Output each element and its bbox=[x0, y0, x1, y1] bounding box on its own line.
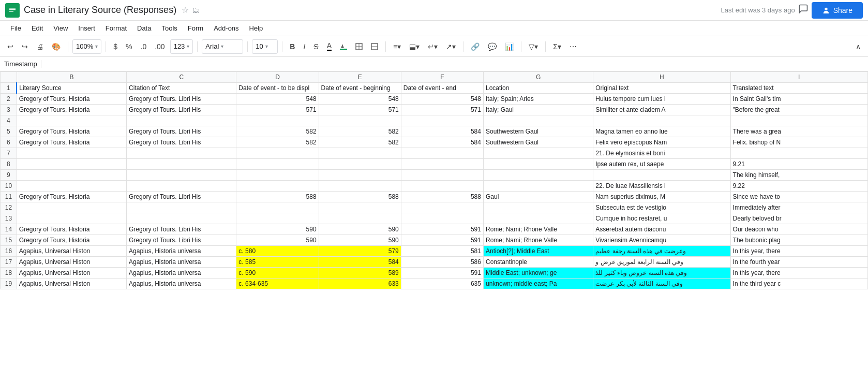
cell-b[interactable]: Gregory of Tours, Historia bbox=[17, 192, 126, 202]
cell-g[interactable]: Gaul bbox=[483, 192, 593, 202]
cell-e[interactable]: 589 bbox=[319, 268, 401, 279]
decimal-decrease-button[interactable]: .0 bbox=[138, 40, 150, 53]
comment-button[interactable] bbox=[795, 1, 812, 20]
share-button[interactable]: Share bbox=[812, 2, 863, 19]
cell-i[interactable] bbox=[730, 148, 867, 159]
cell-e[interactable] bbox=[319, 181, 401, 192]
cell-b[interactable] bbox=[17, 181, 126, 192]
cell-c[interactable] bbox=[127, 159, 236, 170]
cell-d[interactable] bbox=[236, 181, 319, 192]
cell-h[interactable]: Asserebat autem diaconu bbox=[593, 224, 730, 235]
percent-button[interactable]: % bbox=[123, 40, 135, 53]
menu-format[interactable]: Format bbox=[100, 22, 132, 34]
cell-b[interactable] bbox=[17, 213, 126, 224]
cell-i[interactable]: Since we have to bbox=[730, 192, 867, 202]
collapse-toolbar-button[interactable]: ∧ bbox=[852, 40, 864, 53]
cell-i[interactable]: In the fourth year bbox=[730, 257, 867, 268]
cell-c[interactable]: Gregory of Tours. Libri His bbox=[127, 105, 236, 115]
cell-f[interactable]: 591 bbox=[401, 268, 483, 279]
cell-b[interactable]: Gregory of Tours, Historia bbox=[17, 94, 126, 105]
cell-i[interactable]: In the third year c bbox=[730, 279, 867, 289]
cell-c[interactable] bbox=[127, 213, 236, 224]
cell-b[interactable]: Agapius, Universal Histon bbox=[17, 279, 126, 289]
font-select[interactable]: Arial ▾ bbox=[202, 39, 243, 54]
cell-c[interactable]: Agapius, Historia universa bbox=[127, 257, 236, 268]
cell-c[interactable]: Agapius, Historia universa bbox=[127, 268, 236, 279]
cell-h[interactable]: وفي السنة الرابعة لموريق عرض و bbox=[593, 257, 730, 268]
cell-d[interactable] bbox=[236, 115, 319, 126]
zoom-select[interactable]: 100% ▾ bbox=[72, 39, 101, 54]
cell-f[interactable]: 591 bbox=[401, 224, 483, 235]
cell-d[interactable] bbox=[236, 148, 319, 159]
cell-b[interactable]: Agapius, Universal Histon bbox=[17, 246, 126, 257]
cell-i[interactable]: The bubonic plag bbox=[730, 235, 867, 246]
cell-c[interactable]: Gregory of Tours. Libri His bbox=[127, 235, 236, 246]
cell-d[interactable]: c. 634-635 bbox=[236, 279, 319, 289]
cell-g[interactable]: unknown; middle east; Pa bbox=[483, 279, 593, 289]
format-123-select[interactable]: 123 ▾ bbox=[170, 39, 193, 54]
header-citation[interactable]: Citation of Text bbox=[127, 83, 236, 94]
menu-view[interactable]: View bbox=[48, 22, 73, 34]
cell-e[interactable]: 588 bbox=[319, 192, 401, 202]
cell-c[interactable]: Gregory of Tours. Libri His bbox=[127, 192, 236, 202]
filter-button[interactable]: ▽▾ bbox=[526, 40, 541, 53]
col-header-c[interactable]: C bbox=[127, 72, 236, 83]
link-button[interactable]: 🔗 bbox=[468, 40, 483, 53]
undo-button[interactable]: ↩ bbox=[4, 40, 17, 53]
cell-c[interactable] bbox=[127, 181, 236, 192]
header-location[interactable]: Location bbox=[483, 83, 593, 94]
more-button[interactable]: ⋯ bbox=[566, 40, 580, 53]
cell-g[interactable]: Middle East; unknown; ge bbox=[483, 268, 593, 279]
text-rotate-button[interactable]: ↗▾ bbox=[443, 40, 459, 53]
cell-c[interactable]: Gregory of Tours. Libri His bbox=[127, 224, 236, 235]
cell-c[interactable] bbox=[127, 170, 236, 181]
cell-e[interactable]: 571 bbox=[319, 105, 401, 115]
cell-b[interactable]: Gregory of Tours, Historia bbox=[17, 224, 126, 235]
menu-file[interactable]: File bbox=[5, 22, 26, 34]
cell-i[interactable]: Dearly beloved br bbox=[730, 213, 867, 224]
cell-h[interactable] bbox=[593, 170, 730, 181]
col-header-d[interactable]: D bbox=[236, 72, 319, 83]
italic-button[interactable]: I bbox=[300, 40, 308, 53]
cell-g[interactable] bbox=[483, 159, 593, 170]
menu-insert[interactable]: Insert bbox=[73, 22, 100, 34]
col-header-f[interactable]: F bbox=[401, 72, 483, 83]
cell-e[interactable]: 548 bbox=[319, 94, 401, 105]
currency-button[interactable]: $ bbox=[110, 40, 121, 53]
cell-e[interactable]: 579 bbox=[319, 246, 401, 257]
cell-h[interactable]: Huius tempore cum lues i bbox=[593, 94, 730, 105]
cell-e[interactable]: 633 bbox=[319, 279, 401, 289]
cell-h[interactable]: 22. De luae Massiliensis i bbox=[593, 181, 730, 192]
cell-c[interactable] bbox=[127, 115, 236, 126]
cell-i[interactable]: In this year, there bbox=[730, 268, 867, 279]
sum-button[interactable]: Σ▾ bbox=[550, 40, 564, 53]
font-size-select[interactable]: 10 ▾ bbox=[252, 39, 278, 54]
cell-g[interactable]: Southwestern Gaul bbox=[483, 126, 593, 137]
cell-d[interactable]: 582 bbox=[236, 137, 319, 148]
header-date-end[interactable]: Date of event - end bbox=[401, 83, 483, 94]
cell-c[interactable]: Gregory of Tours. Libri His bbox=[127, 137, 236, 148]
menu-tools[interactable]: Tools bbox=[156, 22, 182, 34]
cell-h[interactable]: Ipse autem rex, ut saepe bbox=[593, 159, 730, 170]
cell-e[interactable] bbox=[319, 170, 401, 181]
cell-i[interactable] bbox=[730, 115, 867, 126]
cell-h[interactable]: Cumque in hoc restaret, u bbox=[593, 213, 730, 224]
cell-d[interactable] bbox=[236, 159, 319, 170]
text-wrap-button[interactable]: ↵▾ bbox=[425, 40, 441, 53]
cell-g[interactable] bbox=[483, 170, 593, 181]
col-header-i[interactable]: I bbox=[730, 72, 867, 83]
cell-b[interactable]: Gregory of Tours, Historia bbox=[17, 137, 126, 148]
cell-c[interactable]: Gregory of Tours. Libri His bbox=[127, 126, 236, 137]
cell-b[interactable]: Gregory of Tours, Historia bbox=[17, 126, 126, 137]
cell-g[interactable]: Italy; Spain; Arles bbox=[483, 94, 593, 105]
valign-button[interactable]: ⬓▾ bbox=[406, 40, 423, 53]
col-header-e[interactable]: E bbox=[319, 72, 401, 83]
cell-h[interactable]: Vivariensim Avennicamqu bbox=[593, 235, 730, 246]
cell-b[interactable]: Agapius, Universal Histon bbox=[17, 257, 126, 268]
merge-cells-button[interactable] bbox=[368, 41, 381, 52]
cell-h[interactable]: وعرضت في هذه السنة رجفة عظيم bbox=[593, 246, 730, 257]
cell-f[interactable]: 584 bbox=[401, 137, 483, 148]
cell-b[interactable]: Gregory of Tours, Historia bbox=[17, 105, 126, 115]
bold-button[interactable]: B bbox=[287, 40, 298, 53]
cell-b[interactable] bbox=[17, 148, 126, 159]
